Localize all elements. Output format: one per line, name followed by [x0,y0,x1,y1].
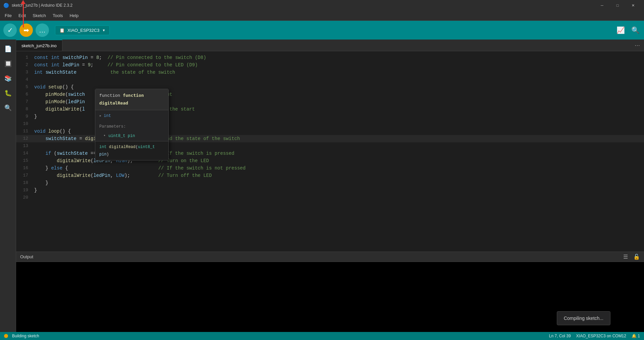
building-label: Building sketch [12,334,39,338]
board-selector-icon: 📋 [59,28,65,33]
serial-monitor-button[interactable]: 🔍 [630,25,641,36]
sidebar-item-boards[interactable]: 🔲 [1,57,15,70]
board-selector-label: XIAO_ESP32C3 [67,28,99,33]
tab-filename: sketch_jun27b.ino [21,43,57,48]
sidebar-item-search[interactable]: 🔍 [1,101,15,115]
titlebar: 🔵 sketch_jun27b | Arduino IDE 2.3.2 ─ □ … [0,0,644,11]
table-row: 2 const int ledPin = 9; // Pin connected… [16,61,644,69]
autocomplete-popup[interactable]: function function digitalRead ▸ int Para… [95,89,169,160]
close-button[interactable]: ✕ [625,0,641,11]
sketch-icon: 📄 [4,45,12,53]
code-editor[interactable]: 1 const int switchPin = 8; // Pin connec… [16,51,644,252]
table-row: 4 [16,76,644,83]
compiling-text: Compiling sketch... [564,316,603,321]
autocomplete-params-label: Parameters: [95,122,168,131]
autocomplete-return-type: ▸ int [95,110,168,122]
board-selector[interactable]: 📋 XIAO_ESP32C3 ▼ [55,25,110,35]
serial-plotter-button[interactable]: 📈 [615,25,626,36]
search-icon: 🔍 [4,104,12,112]
notification-bell[interactable]: 🔔 1 [632,334,640,338]
editor-area: sketch_jun27b.ino ⋯ 1 const int switchPi… [16,40,644,332]
output-content [16,262,644,332]
main-layout: 📄 🔲 📚 🐛 🔍 sketch_jun27b.ino ⋯ 1 [0,40,644,332]
tab-more-button[interactable]: ⋯ [631,40,644,51]
table-row: 16 } else { // If the switch is not pres… [16,164,644,172]
compiling-popup: Compiling sketch... [557,311,610,325]
table-row: 18 } [16,179,644,187]
app-icon: 🔵 [3,3,9,8]
autocomplete-param: uint8_t pin [95,131,168,141]
table-row: 20 [16,194,644,201]
tab-bar: sketch_jun27b.ino ⋯ [16,40,644,51]
verify-button[interactable]: ✓ [3,23,17,37]
status-right: Ln 7, Col 39 XIAO_ESP32C3 on COM12 🔔 1 [549,334,640,338]
debugger-button[interactable]: … [36,23,49,37]
editor-tab[interactable]: sketch_jun27b.ino [16,40,62,51]
library-icon: 📚 [4,75,12,82]
toolbar: ✓ ➡ … 📋 XIAO_ESP32C3 ▼ 📈 🔍 [0,21,644,40]
output-menu-icon[interactable]: ☰ [623,254,628,260]
window-controls: ─ □ ✕ [594,0,641,11]
board-port: XIAO_ESP32C3 on COM12 [576,334,626,338]
table-row: 17 digitalWrite(ledPin, LOW); // Turn of… [16,172,644,179]
output-panel: Output ☰ 🔓 [16,252,644,332]
sidebar-item-debug[interactable]: 🐛 [1,86,15,100]
debug-icon: 🐛 [4,89,12,97]
menubar: File Edit Sketch Tools Help [0,11,644,21]
autocomplete-signature: int digitalRead(uint8_t pin) [95,141,168,160]
menu-tools[interactable]: Tools [49,12,66,19]
sidebar-item-libraries[interactable]: 📚 [1,72,15,85]
output-title: Output [20,254,33,259]
table-row: 1 const int switchPin = 8; // Pin connec… [16,54,644,61]
cursor-position: Ln 7, Col 39 [549,334,571,338]
minimize-button[interactable]: ─ [594,0,610,11]
maximize-button[interactable]: □ [610,0,625,11]
menu-file[interactable]: File [1,12,15,19]
statusbar: Building sketch Ln 7, Col 39 XIAO_ESP32C… [0,332,644,340]
output-header: Output ☰ 🔓 [16,252,644,262]
menu-help[interactable]: Help [66,12,82,19]
toolbar-right: 📈 🔍 [615,25,641,36]
table-row: 19 } [16,187,644,194]
boards-icon: 🔲 [4,60,12,67]
sidebar-item-sketch[interactable]: 📄 [1,42,15,56]
menu-sketch[interactable]: Sketch [29,12,49,19]
building-dot [4,334,8,338]
table-row: 3 int switchState the state of the switc… [16,69,644,76]
autocomplete-header: function function digitalRead [95,89,168,110]
output-lock-icon[interactable]: 🔓 [633,254,640,260]
status-left: Building sketch [4,334,39,338]
board-selector-chevron: ▼ [102,28,105,32]
left-sidebar: 📄 🔲 📚 🐛 🔍 [0,40,16,332]
